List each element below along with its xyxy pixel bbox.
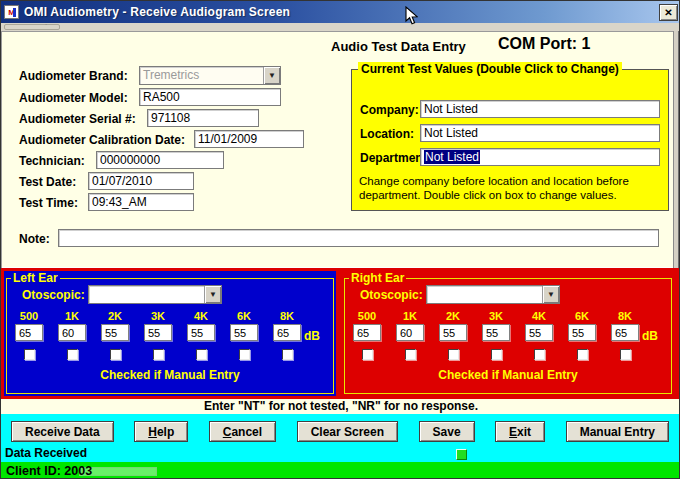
- help-button[interactable]: Help: [134, 421, 188, 442]
- main-panel: Audio Test Data Entry COM Port: 1 Audiom…: [1, 31, 675, 268]
- brand-value: Tremetrics: [140, 67, 263, 84]
- status-text: Data Received: [5, 446, 87, 460]
- manual-entry-checkbox[interactable]: [362, 349, 373, 360]
- receive-data-button[interactable]: Receive Data: [11, 421, 114, 442]
- threshold-input[interactable]: [568, 324, 596, 341]
- manual-entry-checkbox[interactable]: [153, 349, 164, 360]
- frequency-label: 6K: [237, 310, 251, 324]
- manual-entry-checkbox[interactable]: [534, 349, 545, 360]
- threshold-input[interactable]: [396, 324, 424, 341]
- threshold-input[interactable]: [101, 324, 129, 341]
- manual-entry-checkbox[interactable]: [24, 349, 35, 360]
- progress-indicator: [456, 449, 467, 460]
- frequency-column: 2K: [101, 310, 129, 360]
- chevron-down-icon: ▼: [542, 286, 559, 303]
- left-ear-title: Left Ear: [11, 271, 60, 285]
- left-otoscopic-label: Otoscopic:: [22, 288, 85, 302]
- frequency-label: 2K: [108, 310, 122, 324]
- threshold-input[interactable]: [230, 324, 258, 341]
- ear-panels-strip: Left Ear Otoscopic: ▼ 5001K2K3K4K6K8K dB…: [1, 268, 680, 399]
- manual-entry-checkbox[interactable]: [110, 349, 121, 360]
- manual-entry-button[interactable]: Manual Entry: [566, 421, 669, 442]
- note-input[interactable]: [58, 229, 659, 247]
- frequency-label: 3K: [489, 310, 503, 324]
- frequency-label: 3K: [151, 310, 165, 324]
- location-input[interactable]: [420, 124, 660, 142]
- frequency-column: 500: [353, 310, 381, 360]
- department-input[interactable]: Not Listed: [420, 148, 660, 166]
- change-order-hint: Change company before location and locat…: [359, 174, 661, 202]
- save-button[interactable]: Save: [419, 421, 475, 442]
- manual-entry-checkbox[interactable]: [405, 349, 416, 360]
- left-ear-panel: Left Ear Otoscopic: ▼ 5001K2K3K4K6K8K dB…: [4, 271, 336, 396]
- close-icon[interactable]: ✕: [659, 4, 678, 21]
- test-date-label: Test Date:: [19, 175, 76, 189]
- tab-ghost: [4, 24, 60, 30]
- manual-entry-checkbox[interactable]: [282, 349, 293, 360]
- frequency-column: 4K: [187, 310, 215, 360]
- right-otoscopic-label: Otoscopic:: [360, 288, 423, 302]
- test-time-label: Test Time:: [19, 196, 78, 210]
- left-otoscopic-value: [89, 286, 204, 303]
- manual-entry-checkbox[interactable]: [448, 349, 459, 360]
- serial-input[interactable]: [147, 109, 259, 127]
- menu-strip: `: [1, 23, 680, 31]
- threshold-input[interactable]: [144, 324, 172, 341]
- app-logo-icon: M: [4, 5, 19, 19]
- threshold-input[interactable]: [273, 324, 301, 341]
- company-label: Company:: [360, 103, 419, 117]
- frequency-label: 6K: [575, 310, 589, 324]
- manual-entry-checkbox[interactable]: [620, 349, 631, 360]
- test-date-input[interactable]: [88, 172, 194, 190]
- test-time-input[interactable]: [88, 193, 194, 211]
- frequency-column: 3K: [144, 310, 172, 360]
- frequency-label: 500: [358, 310, 376, 324]
- brand-dropdown: Tremetrics ▼: [139, 66, 281, 85]
- current-test-values-title: Current Test Values (Double Click to Cha…: [358, 62, 622, 76]
- exit-button[interactable]: Exit: [495, 421, 545, 442]
- note-label: Note:: [19, 232, 50, 246]
- manual-entry-checkbox[interactable]: [491, 349, 502, 360]
- manual-entry-checkbox[interactable]: [67, 349, 78, 360]
- right-frequency-columns: 5001K2K3K4K6K8K: [353, 310, 654, 360]
- frequency-column: 8K: [611, 310, 639, 360]
- frequency-label: 4K: [532, 310, 546, 324]
- model-input[interactable]: [139, 88, 281, 106]
- threshold-input[interactable]: [439, 324, 467, 341]
- left-frequency-columns: 5001K2K3K4K6K8K: [15, 310, 316, 360]
- frequency-column: 500: [15, 310, 43, 360]
- threshold-input[interactable]: [611, 324, 639, 341]
- clear-screen-button[interactable]: Clear Screen: [297, 421, 398, 442]
- threshold-input[interactable]: [525, 324, 553, 341]
- nt-hint: Enter "NT" for not tested, "NR" for no r…: [1, 399, 680, 414]
- right-ear-title: Right Ear: [349, 271, 406, 285]
- manual-entry-checkbox[interactable]: [239, 349, 250, 360]
- left-otoscopic-dropdown[interactable]: ▼: [88, 285, 222, 304]
- cancel-button[interactable]: Cancel: [209, 421, 276, 442]
- frequency-label: 4K: [194, 310, 208, 324]
- frequency-column: 6K: [230, 310, 258, 360]
- manual-entry-checkbox[interactable]: [577, 349, 588, 360]
- location-label: Location:: [360, 127, 414, 141]
- title-bar[interactable]: M OMI Audiometry - Receive Audiogram Scr…: [1, 1, 680, 23]
- model-label: Audiometer Model:: [19, 91, 128, 105]
- frequency-column: 1K: [58, 310, 86, 360]
- frequency-label: 8K: [618, 310, 632, 324]
- right-otoscopic-value: [427, 286, 542, 303]
- threshold-input[interactable]: [15, 324, 43, 341]
- serial-label: Audiometer Serial #:: [19, 112, 136, 126]
- threshold-input[interactable]: [187, 324, 215, 341]
- threshold-input[interactable]: [482, 324, 510, 341]
- threshold-input[interactable]: [353, 324, 381, 341]
- frequency-column: 8K: [273, 310, 301, 360]
- chevron-down-icon: ▼: [263, 67, 280, 84]
- right-db-label: dB: [642, 329, 658, 343]
- right-otoscopic-dropdown[interactable]: ▼: [426, 285, 560, 304]
- threshold-input[interactable]: [58, 324, 86, 341]
- company-input[interactable]: [420, 100, 660, 118]
- current-test-values-panel: Current Test Values (Double Click to Cha…: [351, 69, 669, 211]
- calibration-input[interactable]: [194, 130, 304, 148]
- technician-input[interactable]: [96, 151, 224, 169]
- manual-entry-checkbox[interactable]: [196, 349, 207, 360]
- brand-label: Audiometer Brand:: [19, 69, 128, 83]
